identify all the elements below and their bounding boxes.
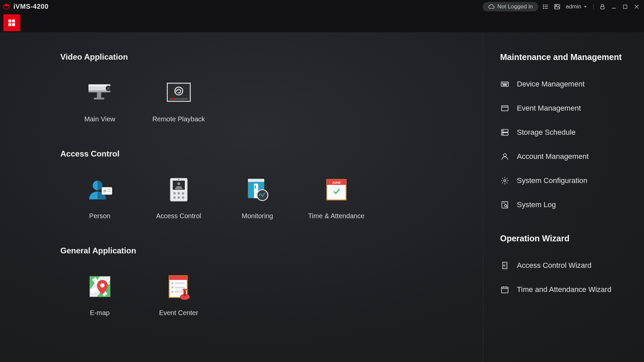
section-heading: Access Control <box>60 149 483 159</box>
svg-point-93 <box>503 154 506 157</box>
svg-point-51 <box>178 179 179 180</box>
svg-point-36 <box>172 98 174 100</box>
svg-point-50 <box>182 196 184 199</box>
svg-rect-53 <box>248 179 264 182</box>
section-video-application: Video Application Mai <box>60 52 483 126</box>
svg-point-92 <box>503 134 503 134</box>
svg-rect-20 <box>12 23 15 26</box>
svg-point-84 <box>505 83 506 84</box>
svg-rect-41 <box>107 191 111 192</box>
svg-rect-23 <box>88 90 110 92</box>
nav-system-configuration[interactable]: System Configuration <box>500 169 631 193</box>
svg-point-94 <box>504 180 506 182</box>
door-icon <box>500 261 509 270</box>
user-dropdown[interactable]: admin <box>565 3 589 10</box>
nav-label: Time and Attendance Wizard <box>517 285 611 294</box>
svg-point-3 <box>543 5 544 5</box>
svg-rect-22 <box>88 84 110 86</box>
camera-icon <box>85 78 115 108</box>
calendar-icon: JUNE <box>321 175 352 205</box>
section-heading: Video Application <box>60 52 483 62</box>
card-label: Person <box>89 212 110 220</box>
nav-time-attendance-wizard[interactable]: Time and Attendance Wizard <box>500 278 631 302</box>
svg-point-49 <box>177 196 180 199</box>
card-main-view[interactable]: Main View <box>60 75 139 126</box>
card-label: Remote Playback <box>152 115 205 123</box>
card-monitoring[interactable]: Monitoring <box>218 172 297 223</box>
image-icon[interactable] <box>553 3 561 11</box>
maintenance-heading: Maintenance and Management <box>500 52 631 62</box>
calendar-small-icon <box>500 285 509 294</box>
svg-rect-12 <box>601 6 604 9</box>
svg-point-44 <box>177 182 180 185</box>
card-label: E-map <box>90 309 110 317</box>
close-icon[interactable] <box>633 3 641 11</box>
svg-text:JUNE: JUNE <box>332 181 341 184</box>
card-person[interactable]: Person <box>60 172 139 223</box>
svg-point-101 <box>504 265 504 266</box>
wizard-heading: Operation Wizard <box>500 234 631 243</box>
card-event-center[interactable]: Event Center <box>139 269 218 319</box>
svg-point-85 <box>507 83 507 84</box>
titlebar: iVMS-4200 Not Logged in admin <box>0 0 644 13</box>
log-icon <box>500 200 509 209</box>
svg-point-91 <box>503 130 503 131</box>
svg-point-80 <box>182 289 187 290</box>
svg-rect-102 <box>501 287 508 293</box>
nav-access-control-wizard[interactable]: Access Control Wizard <box>500 253 631 278</box>
svg-line-97 <box>506 206 507 207</box>
map-pin-icon <box>85 272 115 302</box>
svg-rect-86 <box>503 84 507 85</box>
nav-event-management[interactable]: Event Management <box>500 96 631 120</box>
right-panel: Maintenance and Management Device Manage… <box>483 32 644 362</box>
nav-label: Device Management <box>517 80 585 88</box>
person-icon <box>85 175 115 205</box>
svg-rect-79 <box>183 290 186 296</box>
section-general-application: General Application E <box>60 246 483 319</box>
svg-point-5 <box>543 6 544 7</box>
main-panel: Video Application Mai <box>0 32 483 362</box>
event-list-icon <box>164 272 194 302</box>
grid-icon <box>7 18 16 27</box>
svg-rect-75 <box>174 287 185 288</box>
app-title: iVMS-4200 <box>13 3 49 10</box>
svg-point-47 <box>182 192 184 194</box>
svg-rect-19 <box>8 23 11 26</box>
nav-label: Event Management <box>517 104 581 113</box>
svg-point-25 <box>107 87 109 89</box>
svg-marker-11 <box>584 6 587 7</box>
maximize-icon[interactable] <box>621 3 629 11</box>
keyboard-icon <box>500 79 509 89</box>
login-status-label: Not Logged in <box>497 3 533 10</box>
nav-storage-schedule[interactable]: Storage Schedule <box>500 120 631 144</box>
lock-icon[interactable] <box>598 3 606 11</box>
svg-point-56 <box>257 190 268 200</box>
user-label: admin <box>566 3 581 10</box>
card-emap[interactable]: E-map <box>60 269 139 319</box>
access-terminal-icon <box>164 175 194 205</box>
storage-icon <box>500 128 509 137</box>
card-time-attendance[interactable]: JUNE Time & Attendance <box>297 172 376 223</box>
nav-account-management[interactable]: Account Management <box>500 144 631 169</box>
svg-rect-74 <box>171 287 173 288</box>
svg-rect-76 <box>171 291 173 293</box>
svg-rect-77 <box>174 291 185 293</box>
login-status-button[interactable]: Not Logged in <box>483 2 538 11</box>
window-icon <box>500 104 509 113</box>
card-access-control[interactable]: Access Control <box>139 172 218 223</box>
card-label: Access Control <box>156 212 201 220</box>
svg-point-82 <box>502 83 503 84</box>
svg-rect-27 <box>94 98 104 99</box>
nav-device-management[interactable]: Device Management <box>500 72 631 96</box>
menu-button[interactable] <box>3 14 20 31</box>
svg-rect-18 <box>12 19 15 22</box>
svg-rect-72 <box>171 282 173 284</box>
svg-rect-17 <box>8 19 11 22</box>
card-remote-playback[interactable]: Remote Playback <box>139 75 218 126</box>
list-icon[interactable] <box>542 3 550 11</box>
cloud-icon <box>488 3 495 10</box>
minimize-icon[interactable] <box>610 3 618 11</box>
nav-system-log[interactable]: System Log <box>500 193 631 217</box>
svg-point-10 <box>555 5 556 6</box>
nav-label: Access Control Wizard <box>517 261 592 270</box>
